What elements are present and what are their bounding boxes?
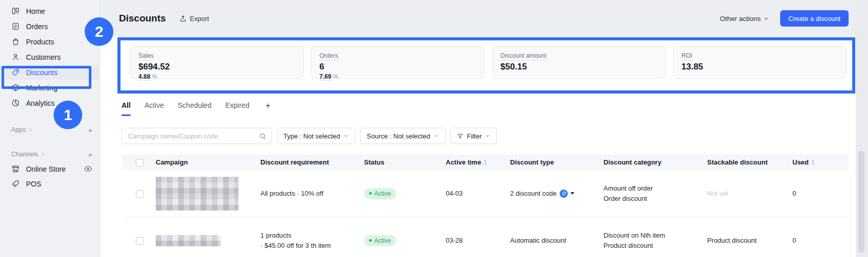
sidebar-item-discounts[interactable]: Discounts — [0, 65, 100, 80]
sidebar-item-customers[interactable]: Customers — [0, 50, 100, 64]
status-label: Active — [374, 190, 391, 197]
column-discount-category[interactable]: Discount category — [598, 158, 702, 166]
status-dot-icon — [369, 239, 372, 242]
status-dot-icon — [369, 192, 372, 195]
column-campaign[interactable]: Campaign — [151, 158, 255, 166]
export-label: Export — [190, 15, 209, 22]
source-filter-dropdown[interactable]: Source : Not selected — [360, 128, 445, 144]
sidebar-item-pos[interactable]: POS — [0, 176, 100, 191]
discount-type-cell: Automatic discount — [505, 237, 598, 244]
customers-icon — [11, 53, 20, 61]
status-cell: Active — [360, 235, 442, 246]
tab-all[interactable]: All — [122, 101, 131, 116]
column-active-time[interactable]: Active time — [442, 158, 505, 166]
active-time-cell: 03-28 — [442, 237, 505, 244]
status-badge: Active — [364, 188, 396, 199]
sidebar-section-apps[interactable]: Apps + — [0, 123, 100, 137]
funnel-icon — [457, 133, 464, 139]
table-row[interactable]: 1 products · $45.00 off for 3 th item Ac… — [123, 217, 849, 257]
vertical-scrollbar[interactable] — [858, 151, 864, 253]
category-line1: Amount off order — [604, 183, 702, 194]
other-actions-dropdown[interactable]: Other actions — [720, 15, 769, 22]
sidebar-item-analytics[interactable]: Analytics — [0, 96, 100, 110]
sort-icon[interactable] — [811, 159, 815, 166]
sidebar-item-marketing[interactable]: Marketing — [0, 80, 100, 95]
stat-card-sales: Sales $694.52 4.88% — [130, 46, 304, 79]
search-input[interactable] — [127, 132, 259, 141]
stat-value: 13.85 — [682, 62, 838, 72]
stackable-cell: Not set — [702, 190, 786, 197]
sidebar-item-online-store[interactable]: Online Store — [0, 161, 100, 176]
requirement-line1: 1 products — [260, 230, 360, 241]
other-actions-label: Other actions — [720, 15, 761, 22]
stat-change-value: 4.88 — [138, 73, 150, 81]
sidebar-item-label: Online Store — [26, 165, 66, 173]
page-header: Discounts Export Other actions Create a … — [100, 0, 856, 37]
column-stackable[interactable]: Stackable discount — [702, 158, 786, 166]
filter-dropdown[interactable]: Filter — [450, 128, 497, 144]
create-discount-button[interactable]: Create a discount — [780, 10, 849, 27]
stat-card-roi: ROI 13.85 — [673, 46, 847, 79]
tab-active[interactable]: Active — [144, 101, 164, 116]
campaign-blurred-name[interactable] — [156, 177, 238, 211]
sort-icon[interactable] — [483, 159, 488, 166]
sidebar-item-label: Home — [26, 7, 45, 15]
tabs: All Active Scheduled Expired + — [122, 101, 856, 116]
sidebar-item-label: Products — [26, 38, 54, 46]
sidebar: Home Orders Products Customers Discounts — [0, 0, 100, 257]
column-label: Used — [792, 158, 809, 166]
tab-scheduled[interactable]: Scheduled — [178, 101, 211, 116]
pos-tag-icon — [11, 179, 20, 188]
column-label: Active time — [446, 158, 481, 166]
add-channel-button[interactable]: + — [88, 150, 92, 159]
row-checkbox[interactable] — [136, 237, 143, 245]
discount-category-cell: Amount off order Order discount — [598, 183, 702, 204]
column-requirement[interactable]: Discount requirement — [255, 158, 360, 166]
export-button[interactable]: Export — [179, 15, 209, 22]
search-icon[interactable] — [259, 132, 267, 140]
status-badge: Active — [364, 235, 396, 246]
category-line2: Order discount — [604, 194, 702, 204]
add-tab-button[interactable]: + — [266, 101, 271, 110]
requirement-cell: 1 products · $45.00 off for 3 th item — [255, 230, 360, 251]
column-status[interactable]: Status — [360, 158, 442, 166]
discount-category-cell: Discount on Nth item Product discount — [598, 230, 702, 251]
sidebar-item-home[interactable]: Home — [0, 4, 100, 18]
column-used[interactable]: Used — [786, 158, 849, 166]
add-app-button[interactable]: + — [88, 126, 92, 134]
table-row[interactable]: All products · 10% off Active 04-03 2 di… — [123, 170, 849, 217]
discount-type-label: 2 discount code — [510, 190, 557, 197]
used-cell: 0 — [786, 237, 849, 244]
stat-label: Discount amount — [500, 52, 546, 60]
column-discount-type[interactable]: Discount type — [505, 158, 598, 166]
sidebar-collapse-handle[interactable] — [84, 22, 98, 36]
category-line1: Discount on Nth item — [604, 230, 702, 241]
stat-change-suffix: % — [152, 73, 157, 80]
caret-down-icon[interactable] — [570, 192, 574, 195]
campaign-blurred-name[interactable] — [156, 235, 221, 246]
stat-change-suffix: % — [333, 73, 339, 80]
sidebar-item-label: Marketing — [26, 84, 57, 92]
sidebar-item-products[interactable]: Products — [0, 34, 100, 49]
type-filter-dropdown[interactable]: Type : Not selected — [277, 128, 355, 144]
stats-row: Sales $694.52 4.88% Orders 6 7.69% Disco… — [130, 46, 847, 79]
sync-badge-icon[interactable] — [560, 190, 568, 198]
filters-row: Type : Not selected Source : Not selecte… — [122, 128, 856, 144]
row-checkbox[interactable] — [136, 190, 143, 198]
eye-icon[interactable] — [84, 165, 92, 173]
tab-expired[interactable]: Expired — [225, 101, 249, 116]
stat-value: $694.52 — [138, 62, 295, 72]
section-label: Apps — [11, 126, 26, 133]
chevron-down-icon — [344, 133, 349, 138]
table-header: Campaign Discount requirement Status Act… — [123, 154, 849, 170]
stat-label: Orders — [320, 52, 339, 60]
category-line2: Product discount — [604, 241, 702, 251]
chevron-right-icon — [28, 127, 33, 132]
sidebar-section-channels[interactable]: Channels + — [0, 147, 100, 161]
filter-label: Filter — [467, 132, 482, 140]
store-icon — [11, 165, 20, 173]
type-filter-label: Type : Not selected — [283, 132, 340, 140]
select-all-checkbox[interactable] — [136, 159, 143, 167]
orders-icon — [11, 22, 20, 31]
source-filter-label: Source : Not selected — [367, 132, 430, 140]
